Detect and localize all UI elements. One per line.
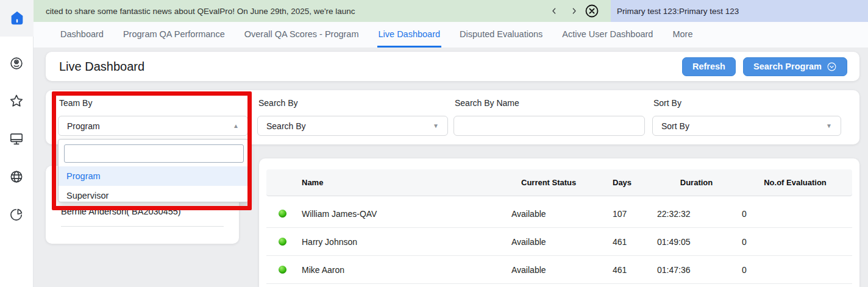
monitor-icon [9, 131, 24, 147]
column-header-duration: Duration [655, 178, 738, 187]
caret-up-icon: ▲ [233, 122, 239, 129]
page-title: Live Dashboard [59, 60, 144, 74]
chevron-down-circle-icon [827, 62, 837, 72]
column-header-current-status: Current Status [508, 178, 609, 187]
column-header-no-of-evaluation: No.of Evaluation [738, 178, 852, 187]
column-header-days: Days [609, 178, 655, 187]
app-logo[interactable] [0, 0, 34, 37]
caret-down-icon: ▼ [433, 122, 439, 129]
team-list-item[interactable]: Bernie Anderson( BA2030455) [61, 207, 181, 216]
tab-dashboard[interactable]: Dashboard [59, 22, 105, 48]
search-program-button[interactable]: Search Program [743, 57, 847, 76]
cell-evaluations: 0 [738, 265, 852, 275]
status-online-dot [279, 266, 286, 274]
table-row: William James-QAV Available 107 22:32:32… [266, 200, 852, 228]
agents-table-card: Name Current Status Days Duration No.of … [259, 158, 859, 287]
announcement-banner: cited to share some fantastic news about… [34, 0, 868, 22]
refresh-button-label: Refresh [692, 62, 725, 71]
cell-current-status: Available [508, 209, 609, 219]
tab-live-dashboard[interactable]: Live Dashboard [377, 22, 442, 48]
cell-current-status: Available [508, 237, 609, 247]
cell-duration: 01:47:36 [655, 265, 738, 275]
cell-days: 461 [609, 237, 655, 247]
tab-active-user-dashboard[interactable]: Active User Dashboard [561, 22, 654, 48]
globe-icon [9, 169, 24, 185]
team-by-selected-value: Program [67, 121, 100, 131]
sort-by-label: Sort By [653, 98, 681, 108]
table-header-row: Name Current Status Days Duration No.of … [266, 169, 852, 196]
cell-duration: 01:49:05 [655, 237, 738, 247]
tab-overall-qa-scores-program[interactable]: Overall QA Scores - Program [243, 22, 360, 48]
chevron-right-icon [569, 6, 579, 16]
table-body: William James-QAV Available 107 22:32:32… [266, 200, 852, 284]
live-dashboard-page: cited to share some fantastic news about… [0, 0, 868, 287]
dropdown-search-input[interactable] [64, 144, 244, 163]
table-row: Mike Aaron Available 461 01:47:36 0 [266, 256, 852, 284]
sort-by-select[interactable]: Sort By ▼ [652, 116, 841, 136]
refresh-button[interactable]: Refresh [682, 57, 736, 76]
table-row: Harry Johnson Available 461 01:49:05 0 [266, 228, 852, 256]
dropdown-option-supervisor[interactable]: Supervisor [59, 186, 248, 205]
column-header-name: Name [301, 178, 508, 187]
team-by-label: Team By [59, 98, 92, 108]
cell-name: William James-QAV [301, 209, 508, 219]
qa-badge-icon [9, 55, 24, 71]
banner-close-button[interactable] [584, 3, 600, 19]
dropdown-option-program[interactable]: Program [59, 166, 248, 186]
filters-card: Team By Program ▲ Search By Search By ▼ … [46, 90, 859, 144]
nav-tabbar: Dashboard Program QA Performance Overall… [34, 22, 868, 48]
status-online-dot [279, 210, 286, 218]
cell-days: 107 [609, 209, 655, 219]
cell-duration: 22:32:32 [655, 209, 738, 219]
session-ticker: Primary test 123:Primary test 123 [611, 0, 868, 22]
sort-by-selected-value: Sort By [661, 121, 689, 131]
cell-evaluations: 0 [738, 237, 852, 247]
tab-disputed-evaluations[interactable]: Disputed Evaluations [458, 22, 544, 48]
cell-name: Mike Aaron [301, 265, 508, 275]
sidebar-item-reports[interactable] [8, 206, 25, 223]
team-by-dropdown: Program Supervisor [58, 139, 249, 202]
sidebar-item-favorites[interactable] [8, 93, 25, 110]
sidebar-item-qa[interactable] [8, 55, 25, 72]
search-program-button-label: Search Program [753, 62, 822, 71]
search-by-select[interactable]: Search By ▼ [257, 116, 448, 136]
chevron-left-icon [549, 6, 559, 16]
caret-down-icon: ▼ [826, 122, 832, 129]
pie-chart-icon [9, 207, 24, 222]
cell-days: 461 [609, 265, 655, 275]
cell-evaluations: 0 [738, 209, 852, 219]
search-by-name-input[interactable] [454, 116, 645, 136]
search-by-label: Search By [258, 98, 298, 108]
sidebar-item-monitor[interactable] [8, 130, 25, 147]
search-by-name-label: Search By Name [455, 98, 519, 108]
banner-next-button[interactable] [567, 5, 581, 17]
cell-name: Harry Johnson [301, 237, 508, 247]
tab-more[interactable]: More [671, 22, 694, 48]
sidebar-item-global[interactable] [8, 168, 25, 185]
divider [61, 226, 224, 227]
announcement-marquee: cited to share some fantastic news about… [34, 0, 611, 22]
app-sidebar [0, 0, 34, 287]
page-header-card: Live Dashboard Refresh Search Program [46, 52, 859, 81]
announcement-text: cited to share some fantastic news about… [46, 7, 472, 16]
session-label: Primary test 123:Primary test 123 [617, 7, 739, 16]
search-by-selected-value: Search By [266, 121, 306, 131]
cell-current-status: Available [508, 265, 609, 275]
status-online-dot [279, 238, 286, 246]
star-icon [9, 93, 24, 109]
banner-prev-button[interactable] [547, 5, 561, 17]
close-circle-icon [585, 4, 599, 18]
home-logo-icon [9, 10, 26, 27]
team-by-select[interactable]: Program ▲ [58, 116, 248, 136]
tab-program-qa-performance[interactable]: Program QA Performance [122, 22, 226, 48]
